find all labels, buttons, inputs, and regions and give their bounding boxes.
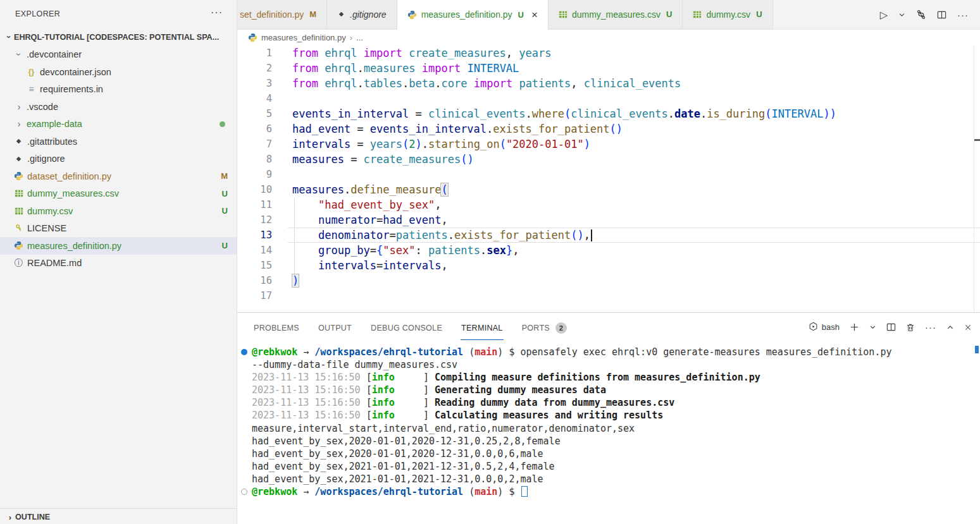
code-line-15: 15 intervals=intervals,	[237, 258, 980, 273]
sidebar-item-devcontainer-json[interactable]: {}devcontainer.json	[0, 63, 237, 81]
code-text: had_event = events_in_interval.exists_fo…	[292, 121, 623, 137]
run-button[interactable]: ▷	[880, 9, 888, 21]
tab-label: dummy.csv	[706, 9, 750, 20]
csv-icon	[13, 207, 25, 216]
more-actions-button[interactable]: ···	[957, 9, 969, 20]
tab-label: measures_definition.py	[421, 9, 512, 20]
tab-dummy-csv[interactable]: dummy.csvU	[683, 0, 772, 29]
code-text: numerator=had_event,	[292, 212, 448, 228]
maximize-panel-button[interactable]	[946, 324, 954, 331]
sidebar-item-vscode[interactable]: ›.vscode	[0, 98, 237, 116]
code-editor[interactable]: 1from ehrql import create_measures, year…	[237, 46, 980, 312]
line-number: 6	[237, 121, 272, 137]
workspace-root-label: EHRQL-TUTORIAL [CODESPACES: POTENTIAL SP…	[14, 33, 219, 42]
split-terminal-button[interactable]	[886, 322, 896, 332]
python-icon	[407, 10, 417, 20]
csv-icon	[13, 189, 25, 198]
tab-measures-definition-py[interactable]: measures_definition.pyU×	[397, 0, 549, 30]
panel-tab-label: OUTPUT	[318, 324, 352, 332]
file-label: .gitignore	[27, 154, 65, 164]
line-number: 3	[237, 76, 272, 91]
ports-count-badge: 2	[555, 322, 567, 334]
run-dropdown[interactable]	[898, 11, 905, 18]
code-line-10: 10measures.define_measure(	[237, 182, 980, 197]
sidebar-item-dummy-measures-csv[interactable]: dummy_measures.csvU	[0, 185, 237, 203]
editor-actions: ▷···	[869, 0, 980, 29]
sidebar-item-dataset-definition-py[interactable]: dataset_definition.pyM	[0, 168, 237, 185]
terminal-line: had_event_by_sex,2021-01-01,2021-12-31,0…	[252, 473, 972, 485]
panel-tab-output[interactable]: OUTPUT	[318, 315, 352, 340]
outline-section-header[interactable]: › OUTLINE	[0, 508, 237, 524]
tab-label: .gitignore	[350, 9, 387, 20]
tab-set-definition-py[interactable]: set_definition.pyM	[237, 0, 327, 29]
terminal-line: 2023-11-13 15:16:50 [info ] Generating d…	[252, 384, 972, 396]
tab-strip: set_definition.pyM.gitignoremeasures_def…	[237, 0, 980, 30]
code-line-7: 7intervals = years(2).starting_on("2020-…	[237, 137, 980, 152]
explorer-header: EXPLORER ···	[0, 0, 237, 28]
file-label: .gitattributes	[27, 137, 77, 147]
line-number: 4	[237, 91, 272, 106]
panel-tab-debug-console[interactable]: DEBUG CONSOLE	[370, 315, 443, 340]
breadcrumb-file[interactable]: measures_definition.py	[261, 33, 346, 42]
folder-changes-dot	[220, 121, 225, 127]
line-number: 11	[237, 197, 272, 212]
explorer-more-icon[interactable]: ···	[211, 7, 223, 18]
close-panel-button[interactable]	[964, 324, 972, 331]
text-cursor	[591, 229, 592, 241]
sidebar-item-dummy-csv[interactable]: dummy.csvU	[0, 202, 237, 220]
explorer-title: EXPLORER	[15, 9, 60, 18]
panel-tab-label: DEBUG CONSOLE	[371, 324, 442, 332]
code-text: from ehrql.measures import INTERVAL	[292, 61, 519, 76]
terminal-output[interactable]: @rebkwok → /workspaces/ehrql-tutorial (m…	[252, 346, 972, 524]
terminal-line: @rebkwok → /workspaces/ehrql-tutorial (m…	[252, 346, 972, 358]
line-number: 8	[237, 152, 272, 167]
code-line-9: 9	[237, 167, 980, 182]
command-decoration-icon	[241, 349, 247, 355]
tab-gitignore[interactable]: .gitignore	[327, 0, 397, 29]
sidebar-item-measures-definition-py[interactable]: measures_definition.pyU	[0, 237, 237, 255]
panel-tab-terminal[interactable]: TERMINAL	[461, 315, 504, 340]
code-line-17: 17	[237, 288, 980, 303]
split-editor-button[interactable]	[937, 10, 946, 20]
panel-tab-problems[interactable]: PROBLEMS	[253, 315, 300, 340]
sidebar-item-gitattributes[interactable]: .gitattributes	[0, 133, 237, 150]
more-terminal-actions-button[interactable]: ···	[925, 322, 936, 332]
git-status-badge: U	[222, 241, 228, 250]
git-status-badge: U	[518, 10, 524, 20]
breadcrumb-more[interactable]: ...	[356, 33, 363, 42]
code-line-8: 8measures = create_measures()	[237, 152, 980, 167]
terminal-line: had_event_by_sex,2021-01-01,2021-12-31,0…	[252, 460, 972, 473]
terminal-line: 2023-11-13 15:16:50 [info ] Calculating …	[252, 409, 972, 422]
python-icon	[248, 33, 257, 42]
sidebar-item-readme-md[interactable]: ⓘREADME.md	[0, 255, 237, 272]
terminal-instance-chip[interactable]: bash	[809, 322, 840, 333]
sidebar-item-gitignore[interactable]: .gitignore	[0, 150, 237, 168]
open-changes-button[interactable]	[916, 9, 926, 20]
vscode-window: EXPLORER ··· › EHRQL-TUTORIAL [CODESPACE…	[0, 0, 980, 524]
python-icon	[13, 241, 25, 250]
terminal-line: --dummy-data-file dummy_measures.csv	[252, 358, 972, 371]
new-terminal-button[interactable]	[850, 322, 859, 332]
list-icon: ≡	[25, 84, 37, 94]
breadcrumb[interactable]: measures_definition.py › ...	[237, 30, 980, 46]
line-number: 14	[237, 243, 272, 258]
tab-dummy-measures-csv[interactable]: dummy_measures.csvU	[549, 0, 683, 29]
sidebar-item-requirements-in[interactable]: ≡requirements.in	[0, 81, 237, 99]
explorer-sidebar: EXPLORER ··· › EHRQL-TUTORIAL [CODESPACE…	[0, 0, 237, 524]
breadcrumb-separator: ›	[350, 33, 352, 42]
code-line-13: 13 denominator=patients.exists_for_patie…	[237, 228, 980, 243]
sidebar-item-devcontainer[interactable]: ›.devcontainer	[0, 46, 237, 64]
workspace-root-row[interactable]: › EHRQL-TUTORIAL [CODESPACES: POTENTIAL …	[0, 28, 237, 46]
sidebar-item-license[interactable]: LICENSE	[0, 220, 237, 238]
code-line-6: 6had_event = events_in_interval.exists_f…	[237, 121, 980, 137]
terminal-picker-dropdown[interactable]	[869, 324, 876, 331]
panel-tab-label: TERMINAL	[461, 324, 503, 332]
kill-terminal-button[interactable]	[906, 323, 915, 332]
file-label: dummy.csv	[27, 206, 73, 216]
code-line-3: 3from ehrql.tables.beta.core import pati…	[237, 76, 980, 91]
panel-tab-ports[interactable]: PORTS2	[521, 314, 568, 341]
close-icon[interactable]: ×	[531, 9, 538, 20]
git-status-badge: U	[222, 206, 228, 216]
sidebar-item-example-data[interactable]: ›example-data	[0, 116, 237, 133]
code-text: denominator=patients.exists_for_patient(…	[292, 228, 592, 243]
